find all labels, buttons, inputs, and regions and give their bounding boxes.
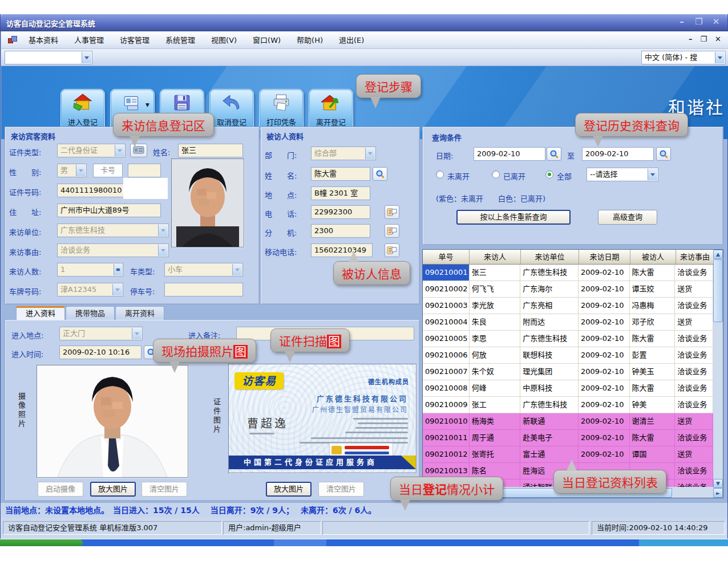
table-cell[interactable]: 洽谈业务 (675, 430, 713, 446)
table-cell[interactable]: 090210009 (423, 397, 470, 413)
cert-type-combo[interactable]: 二代身份证 (57, 144, 126, 157)
table-cell[interactable]: 陈大雷 (630, 331, 676, 347)
vehicle-type-combo[interactable]: 小车 (164, 263, 243, 277)
chevron-down-icon[interactable] (112, 284, 122, 295)
table-row[interactable]: 090210011周于通赴美电子2009-02-10陈大雷洽谈业务 (423, 430, 713, 446)
table-row[interactable]: 090210002何飞飞广东海尔2009-02-10谭玉姣送货 (423, 281, 713, 298)
table-cell[interactable]: 邓子欣 (630, 314, 676, 331)
chevron-down-icon[interactable] (76, 165, 86, 176)
table-cell[interactable]: 090210005 (423, 331, 470, 347)
table-cell[interactable]: 送货 (675, 314, 713, 331)
language-combo[interactable]: 中文 (简体) - 搜 (641, 51, 726, 64)
menu-item[interactable]: 基本资料 (21, 31, 66, 48)
table-cell[interactable]: 2009-02-10 (579, 380, 630, 397)
column-header-来访日期[interactable]: 来访日期 (579, 250, 630, 265)
table-cell[interactable]: 090210011 (423, 430, 470, 446)
table-cell[interactable]: 洽谈业务 (675, 463, 713, 479)
plate-combo[interactable]: 津A12345 (57, 283, 123, 296)
ext-field[interactable]: 2300 (311, 224, 370, 238)
restore-icon[interactable]: ❐ (693, 17, 705, 27)
table-row[interactable]: 090210003李光放广东亮相2009-02-10冯惠梅洽谈业务 (423, 298, 713, 314)
chevron-down-icon[interactable] (158, 225, 168, 236)
close-icon[interactable]: ✕ (710, 17, 722, 27)
table-cell[interactable]: 洽谈业务 (675, 265, 713, 281)
tab-携带物品[interactable]: 携带物品 (66, 306, 115, 320)
scroll-right-icon[interactable]: ► (713, 488, 723, 498)
column-header-单号[interactable]: 单号 (423, 250, 470, 265)
requery-button[interactable]: 按以上条件重新查询 (456, 210, 571, 225)
table-cell[interactable]: 090210008 (423, 380, 470, 397)
清空图片-button[interactable]: 清空图片 (141, 482, 187, 497)
table-cell[interactable]: 090210006 (423, 347, 470, 364)
table-cell[interactable]: 洽谈业务 (675, 380, 713, 397)
table-cell[interactable]: 周于通 (470, 430, 521, 446)
table-row[interactable]: 090210006何放联想科技2009-02-10彭置洽谈业务 (423, 347, 713, 364)
chevron-down-icon[interactable] (158, 245, 168, 256)
radio-已离开[interactable] (492, 170, 500, 178)
table-cell[interactable]: 090210012 (423, 446, 470, 463)
menu-item[interactable]: 系统管理 (157, 31, 203, 48)
start-button-fragment[interactable] (0, 539, 83, 546)
column-header-来访事由[interactable]: 来访事由 (676, 250, 714, 265)
table-cell[interactable]: 2009-02-10 (579, 265, 630, 281)
清空图片-button[interactable]: 清空图片 (318, 482, 364, 497)
company-combo[interactable]: 广东德生科技 (57, 223, 169, 237)
notify-ext-button[interactable] (385, 224, 399, 238)
status-filter-combo[interactable]: --请选择 (587, 168, 658, 181)
table-cell[interactable]: 090210001 (423, 265, 470, 281)
table-cell[interactable]: 送货 (675, 413, 713, 430)
table-cell[interactable]: 2009-02-10 (579, 413, 630, 430)
menu-item[interactable]: 视图(V) (203, 31, 245, 48)
table-cell[interactable]: 陈大雷 (630, 430, 676, 446)
table-cell[interactable]: 陈大雷 (630, 380, 676, 397)
spinner-arrows-icon[interactable] (114, 264, 122, 275)
mobile-field[interactable]: 15602210349 (311, 243, 373, 257)
table-row[interactable]: 090210007朱个奴理光集团2009-02-10钟美玉洽谈业务 (423, 364, 713, 380)
table-row[interactable]: 090210009张工广东德生科技2009-02-10钟美洽谈业务 (423, 397, 713, 413)
column-header-被访人[interactable]: 被访人 (630, 250, 676, 265)
menu-item[interactable]: 窗口(W) (245, 31, 289, 48)
table-cell[interactable]: 理光集团 (520, 364, 579, 380)
table-cell[interactable]: 洽谈业务 (675, 347, 713, 364)
放大图片-button[interactable]: 放大图片 (90, 482, 136, 497)
date-from-field[interactable]: 2009-02-10 (474, 147, 545, 161)
table-cell[interactable]: 2009-02-10 (579, 397, 630, 413)
table-cell[interactable]: 谭玉姣 (630, 281, 676, 298)
table-cell[interactable]: 广东德生科技 (520, 331, 579, 347)
table-cell[interactable]: 冯惠梅 (630, 298, 676, 314)
table-cell[interactable]: 2009-02-10 (579, 446, 630, 463)
table-cell[interactable]: 广东德生科技 (520, 397, 579, 413)
menu-item[interactable]: 访客管理 (112, 31, 157, 48)
table-cell[interactable]: 新联通 (520, 413, 579, 430)
table-cell[interactable]: 谢清兰 (630, 413, 676, 430)
table-cell[interactable]: 广东海尔 (520, 281, 579, 298)
phone-field[interactable]: 22992300 (311, 205, 370, 219)
table-cell[interactable]: 洽谈业务 (675, 364, 713, 380)
table-cell[interactable]: 送货 (675, 281, 713, 298)
quick-combo[interactable] (5, 51, 92, 64)
table-cell[interactable]: 2009-02-10 (579, 281, 630, 298)
chevron-down-icon[interactable] (132, 328, 141, 339)
search-host-button[interactable] (373, 167, 387, 181)
启动摄像-button[interactable]: 启动摄像 (38, 482, 83, 497)
table-cell[interactable]: 090210004 (423, 314, 470, 331)
table-cell[interactable]: 洽谈业务 (675, 479, 713, 487)
reason-combo[interactable]: 洽谈业务 (57, 243, 169, 257)
table-cell[interactable]: 中原科技 (520, 380, 579, 397)
table-cell[interactable]: 钟美玉 (630, 364, 676, 380)
table-cell[interactable]: 张寄托 (470, 446, 521, 463)
tab-进入资料[interactable]: 进入资料 (16, 306, 65, 320)
放大图片-button[interactable]: 放大图片 (266, 482, 312, 497)
location-field[interactable]: B幢 2301 室 (311, 186, 370, 200)
table-row[interactable]: 090210010杨海类新联通2009-02-10谢清兰送货 (423, 413, 713, 430)
mdi-minimize-icon[interactable]: – (689, 35, 693, 43)
table-cell[interactable]: 谭国 (630, 446, 676, 463)
chevron-down-icon[interactable] (115, 145, 124, 156)
mdi-close-icon[interactable]: ✕ (715, 35, 721, 43)
table-cell[interactable]: 联想科技 (520, 347, 579, 364)
table-row[interactable]: 090210005李思广东德生科技2009-02-10陈大雷洽谈业务 (423, 331, 713, 347)
table-cell[interactable]: 张工 (470, 397, 521, 413)
column-header-来访单位[interactable]: 来访单位 (521, 250, 579, 265)
chevron-down-icon[interactable] (232, 264, 242, 275)
minimize-icon[interactable]: – (676, 17, 687, 27)
